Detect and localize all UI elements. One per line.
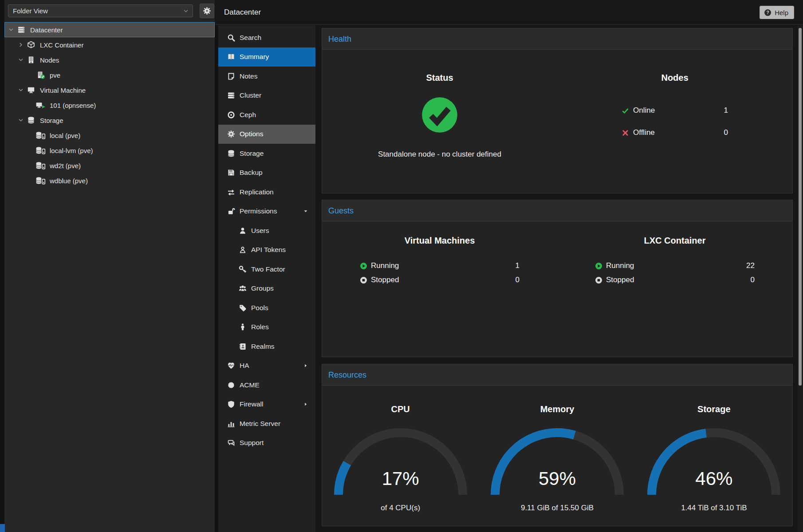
tag-icon [239, 304, 247, 312]
menu-item-acme[interactable]: ACME [218, 375, 315, 395]
app-root: Folder View DatacenterLXC ContainerNodes… [0, 0, 803, 532]
view-mode-select[interactable]: Folder View [8, 4, 193, 17]
resource-title: Memory [479, 403, 635, 415]
menu-item-users[interactable]: Users [218, 221, 315, 240]
guests-column-title: Virtual Machines [322, 235, 557, 246]
monitor-play-icon [35, 101, 46, 109]
menu-item-realms[interactable]: Realms [218, 337, 315, 356]
menu-item-summary[interactable]: Summary [218, 47, 315, 67]
memory-gauge: 59% [488, 426, 626, 499]
menu-item-label: Users [251, 227, 269, 235]
resource-tree: DatacenterLXC ContainerNodespveVirtual M… [4, 22, 215, 188]
tree-item-virtual-machine[interactable]: Virtual Machine [4, 83, 215, 98]
node-state-label: Offline [633, 128, 655, 137]
replication-icon [227, 188, 235, 196]
menu-item-label: Search [240, 34, 261, 42]
chevron-down-icon[interactable] [8, 27, 14, 33]
guest-state-value: 0 [516, 276, 520, 284]
guest-row-lxc-container-running: Running22 [595, 259, 755, 273]
menu-item-replication[interactable]: Replication [218, 182, 315, 202]
menu-item-permissions[interactable]: Permissions [218, 202, 315, 221]
guest-state-label: Stopped [606, 276, 634, 284]
tree-item-local-lvm-pve[interactable]: local-lvm (pve) [4, 143, 215, 158]
menu-item-ha[interactable]: HA [218, 356, 315, 376]
server-stack-icon [16, 26, 27, 34]
tree-item-label: 101 (opnsense) [50, 102, 96, 109]
caret-down-icon [303, 209, 308, 214]
page-title: Datacenter [224, 0, 261, 24]
help-button-label: Help [775, 9, 788, 16]
book-icon [227, 53, 235, 61]
tree-item-nodes[interactable]: Nodes [4, 52, 215, 67]
scrollbar-thumb[interactable] [799, 28, 802, 386]
resource-title: CPU [322, 403, 479, 415]
menu-item-label: Ceph [240, 111, 256, 119]
gauge-detail: 9.11 GiB of 15.50 GiB [479, 504, 635, 512]
guests-column-lxc-container: LXC ContainerRunning22Stopped0 [557, 221, 792, 287]
view-mode-label: Folder View [8, 7, 183, 15]
menu-item-api-tokens[interactable]: API Tokens [218, 240, 315, 260]
help-button[interactable]: ? Help [760, 6, 794, 19]
nodes-row-online: Online1 [622, 99, 728, 122]
menu-item-label: Permissions [240, 207, 277, 215]
play-circle-icon [595, 262, 602, 270]
nodes-heading: Nodes [557, 72, 792, 83]
database-icon [26, 116, 36, 124]
menu-item-storage[interactable]: Storage [218, 144, 315, 163]
check-icon [622, 107, 629, 114]
tree-item-lxc-container[interactable]: LXC Container [4, 37, 215, 52]
guest-row-virtual-machines-running: Running1 [360, 259, 520, 273]
menu-item-backup[interactable]: Backup [218, 163, 315, 183]
tree-item-pve[interactable]: pve [4, 67, 215, 83]
menu-item-metric-server[interactable]: Metric Server [218, 414, 315, 433]
nodes-row-offline: Offline0 [622, 122, 728, 144]
node-state-value: 0 [724, 128, 728, 137]
tree-item-wdblue-pve[interactable]: wdblue (pve) [4, 173, 215, 188]
guest-state-label: Stopped [371, 276, 399, 284]
status-ok-icon [421, 96, 459, 134]
menu-item-two-factor[interactable]: Two Factor [218, 260, 315, 279]
stop-circle-icon [360, 276, 367, 284]
menu-item-label: Two Factor [251, 265, 285, 273]
resource-column-cpu: CPU17%of 4 CPU(s) [322, 386, 479, 512]
menu-item-search[interactable]: Search [218, 28, 315, 47]
menu-item-label: Cluster [240, 91, 261, 99]
menu-item-cluster[interactable]: Cluster [218, 86, 315, 106]
user-outline-icon [239, 246, 247, 254]
chevron-right-icon[interactable] [18, 42, 24, 48]
menu-item-label: Metric Server [240, 420, 280, 428]
menu-item-options[interactable]: Options [218, 125, 315, 144]
play-circle-icon [360, 262, 367, 270]
tree-item-local-pve[interactable]: local (pve) [4, 128, 215, 143]
menu-item-roles[interactable]: Roles [218, 318, 315, 337]
menu-item-label: Summary [240, 53, 269, 61]
resources-panel: Resources CPU17%of 4 CPU(s)Memory59%9.11… [322, 364, 793, 526]
guests-column-title: LXC Container [557, 235, 792, 246]
chevron-down-icon[interactable] [18, 57, 24, 63]
content-area: Health Status Standalone node - no clust… [315, 25, 803, 532]
tree-item-label: local (pve) [50, 132, 80, 139]
node-state-label: Online [633, 106, 655, 115]
address-book-icon [239, 343, 247, 351]
tree-item-101-opnsense[interactable]: 101 (opnsense) [4, 98, 215, 113]
tree-item-label: Virtual Machine [40, 87, 86, 94]
tree-item-wd2t-pve[interactable]: wd2t (pve) [4, 158, 215, 173]
chevron-down-icon[interactable] [18, 117, 24, 123]
tree-item-datacenter[interactable]: Datacenter [4, 22, 215, 37]
menu-item-firewall[interactable]: Firewall [218, 395, 315, 414]
health-section-title: Health [322, 28, 792, 50]
shield-icon [227, 400, 235, 408]
comments-icon [227, 439, 235, 447]
gear-icon [203, 7, 211, 15]
tree-item-storage[interactable]: Storage [4, 113, 215, 128]
chevron-down-icon[interactable] [18, 87, 24, 93]
gear-icon [227, 130, 235, 138]
key-icon [239, 265, 247, 273]
tree-settings-button[interactable] [200, 4, 214, 18]
menu-item-groups[interactable]: Groups [218, 279, 315, 299]
menu-item-support[interactable]: Support [218, 433, 315, 453]
menu-item-label: Roles [251, 323, 269, 331]
menu-item-pools[interactable]: Pools [218, 298, 315, 318]
menu-item-ceph[interactable]: Ceph [218, 105, 315, 125]
menu-item-notes[interactable]: Notes [218, 67, 315, 86]
